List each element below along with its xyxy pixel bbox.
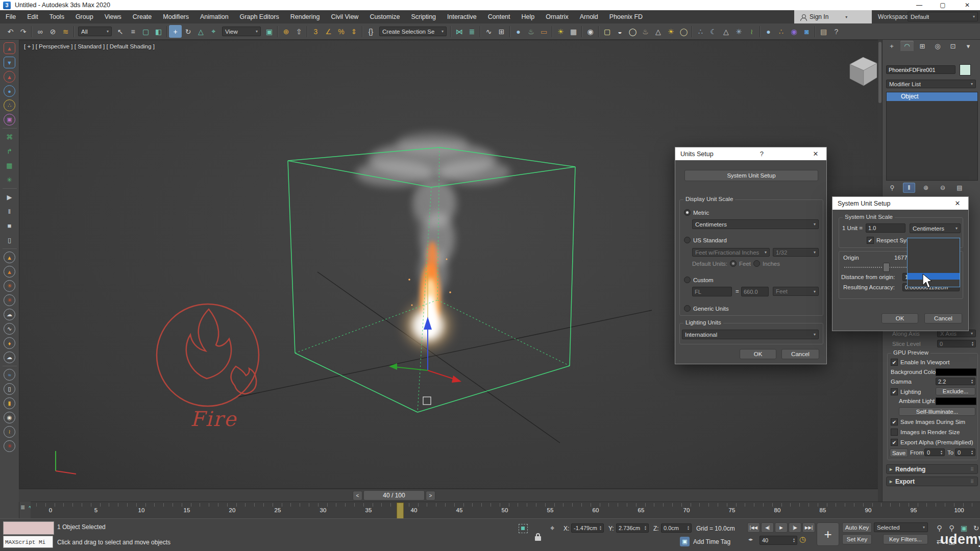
window-crossing-icon[interactable]: ◧	[152, 25, 165, 38]
rollout-export[interactable]: Export⠿	[886, 477, 978, 486]
unlink-selection-icon[interactable]: ⊘	[46, 25, 59, 38]
separator[interactable]	[3, 366, 17, 366]
preset-fuel-explosion-icon[interactable]: ✳	[4, 294, 15, 306]
select-object-icon[interactable]: ↖	[114, 25, 127, 38]
time-tag-cube-icon[interactable]: ▣	[680, 537, 690, 546]
preset-blood-icon[interactable]: ✳	[4, 440, 15, 452]
restore-button[interactable]: ▢	[934, 0, 951, 10]
help-icon[interactable]: ?	[756, 150, 767, 158]
tab-modify[interactable]: ◠	[900, 41, 914, 51]
next-frame-slider-button[interactable]: >	[426, 491, 435, 500]
unit-value-field[interactable]: 1.0	[866, 223, 905, 233]
preset-clouds-icon[interactable]: ☁	[4, 352, 15, 363]
stop-simulation-icon[interactable]: ■	[4, 220, 15, 232]
key-filter-select[interactable]: Selected	[874, 522, 928, 532]
menu-item[interactable]: Graph Editors	[234, 10, 285, 23]
metric-radio-row[interactable]: Metric	[684, 209, 709, 216]
mirror-icon[interactable]: ⋈	[453, 25, 465, 38]
checkbox-icon[interactable]	[867, 237, 874, 244]
checkbox-icon[interactable]	[891, 439, 898, 446]
dropdown-option[interactable]	[908, 252, 960, 259]
save-to-field[interactable]: 0	[955, 448, 975, 456]
radio-icon[interactable]	[684, 277, 691, 283]
phoenix-ocean-icon[interactable]: ●	[762, 25, 775, 38]
key-filters-button[interactable]: Key Filters...	[883, 534, 928, 544]
time-slider-value[interactable]: 40 / 100	[363, 490, 425, 500]
render-setup-icon[interactable]: ♨	[525, 25, 537, 38]
separator[interactable]	[3, 128, 17, 129]
unit-type-select[interactable]: Centimeters	[910, 223, 961, 233]
dropdown-option[interactable]	[908, 280, 960, 287]
grass-icon[interactable]: ≀	[745, 25, 758, 38]
frame-nudge-icon[interactable]: ◂▸	[748, 537, 753, 542]
video-post-icon[interactable]: ▦	[567, 25, 580, 38]
dropdown-option[interactable]	[908, 245, 960, 253]
pin-stack-icon[interactable]: ⚲	[886, 183, 898, 193]
workspace-select[interactable]: Default	[908, 12, 978, 21]
time-configuration-icon[interactable]: ◷	[799, 535, 806, 544]
menu-item[interactable]: Phoenix FD	[604, 10, 648, 23]
separator[interactable]	[3, 248, 17, 249]
custom-radio-row[interactable]: Custom	[684, 277, 714, 283]
rollout-rendering[interactable]: Rendering⠿	[886, 464, 978, 474]
menu-item[interactable]: Modifiers	[157, 10, 194, 23]
tab-motion[interactable]: ◎	[931, 41, 944, 51]
phoenixfd-foam-preset-icon[interactable]: ∴	[4, 99, 15, 111]
menu-item[interactable]: Help	[516, 10, 541, 23]
rectangular-selection-region-icon[interactable]: ▢	[139, 25, 152, 38]
select-and-place-icon[interactable]: ⌖	[207, 25, 220, 38]
previous-frame-slider-button[interactable]: <	[353, 491, 362, 500]
separator[interactable]	[480, 26, 481, 37]
spinner-icon[interactable]	[645, 525, 646, 531]
angle-snap-icon[interactable]: ∠	[322, 25, 335, 38]
ambient-light-swatch[interactable]	[936, 397, 976, 405]
separator[interactable]	[307, 26, 308, 37]
phoenixfd-body-force-icon[interactable]: ↱	[4, 145, 15, 157]
separator[interactable]	[760, 26, 761, 37]
make-unique-icon[interactable]: ⊕	[920, 183, 932, 193]
stack-item-object[interactable]: Object	[887, 92, 977, 101]
object-name-field[interactable]: PhoenixFDFire001	[886, 65, 955, 74]
arnold-light-icon[interactable]: ▢	[601, 25, 614, 38]
radio-icon[interactable]	[684, 305, 691, 312]
menu-item[interactable]: Interactive	[442, 10, 482, 23]
enable-in-viewport-row[interactable]: Enable In Viewport	[891, 359, 949, 366]
dropdown-option[interactable]	[908, 273, 960, 280]
sign-in-button[interactable]: Sign In ▾	[794, 10, 872, 23]
separator[interactable]	[552, 26, 553, 37]
generic-radio-row[interactable]: Generic Units	[684, 305, 729, 312]
select-and-scale-icon[interactable]: △	[194, 25, 207, 38]
auto-key-button[interactable]: Auto Key	[842, 522, 872, 533]
cone-icon[interactable]: △	[652, 25, 665, 38]
pause-simulation-icon[interactable]: ‖	[4, 206, 15, 217]
export-alpha-row[interactable]: Export Alpha (Premultiplied)	[891, 439, 973, 446]
units-dialog-titlebar[interactable]: Units Setup ? ✕	[675, 147, 826, 160]
close-button[interactable]: ✕	[959, 0, 976, 10]
arnold-skydome-icon[interactable]: ◯	[626, 25, 639, 38]
menu-item[interactable]: Scripting	[405, 10, 442, 23]
checkbox-icon[interactable]	[891, 388, 898, 395]
named-selection-sets-select[interactable]: Create Selection Se	[379, 27, 447, 36]
phoenixfd-fire-simulator-icon[interactable]: ▲	[4, 42, 15, 54]
separator[interactable]	[450, 26, 451, 37]
us-fraction-select[interactable]: 1/32	[773, 248, 819, 257]
object-color-swatch[interactable]	[960, 64, 971, 76]
tab-hierarchy[interactable]: ⊞	[916, 41, 929, 51]
menu-item[interactable]: Customize	[364, 10, 405, 23]
keyboard-shortcut-override-icon[interactable]: ⇧	[292, 25, 305, 38]
preset-milk-icon[interactable]: ▯	[4, 383, 15, 395]
separator[interactable]	[74, 26, 75, 37]
align-icon[interactable]: ≣	[465, 25, 478, 38]
units-cancel-button[interactable]: Cancel	[781, 349, 819, 359]
reference-coordinate-select[interactable]: View	[222, 27, 261, 36]
isolate-selection-toggle[interactable]	[519, 524, 528, 533]
save-button[interactable]: Save	[890, 448, 908, 457]
self-illuminate-button[interactable]: Self-Illuminate...	[899, 407, 975, 416]
separator[interactable]	[277, 26, 278, 37]
go-to-start-button[interactable]: |◀◀	[747, 522, 760, 533]
curve-editor-icon[interactable]: ∿	[482, 25, 495, 38]
menu-item[interactable]: Rendering	[285, 10, 326, 23]
images-render-size-row[interactable]: Images in Render Size	[891, 429, 960, 436]
dropdown-option[interactable]	[908, 259, 960, 266]
moon-icon[interactable]: ☾	[707, 25, 720, 38]
